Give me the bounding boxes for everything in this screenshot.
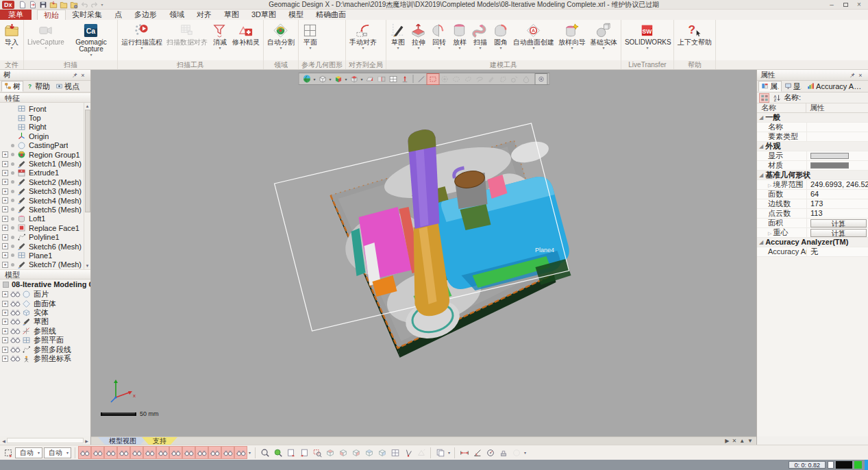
import-folder-small-button[interactable] [49,0,58,9]
ribbon-button-ref-plane[interactable]: 平面▾ [300,21,321,60]
expand-icon[interactable]: + [2,234,8,240]
pan-view-button[interactable] [415,447,427,458]
feature-tree-item[interactable]: +Extrude1 [1,169,84,177]
feature-tree-item[interactable]: +Region Group1 [1,150,84,159]
ribbon-tab-9[interactable]: 精确曲面 [310,10,352,20]
section-flip-b-button[interactable] [375,74,387,84]
normal-measure-button[interactable] [402,447,414,458]
expand-icon[interactable]: + [2,197,8,203]
open-folder-button[interactable] [59,0,69,9]
shaded-cube-button[interactable] [332,74,344,84]
property-row[interactable]: 边线数173 [757,199,868,209]
view-split-button[interactable] [389,447,401,458]
visibility-icon[interactable] [10,336,21,344]
color-swatch[interactable] [810,153,849,159]
property-row[interactable]: ▷境界范围249.6993, 246.52... [757,180,868,190]
toggle-ref-line-button[interactable] [144,447,156,458]
property-section[interactable]: ◢Accuracy Analyzer(TM) [757,238,868,247]
ribbon-button-loft[interactable]: 放样▾ [449,21,470,60]
undo-button[interactable] [79,0,89,9]
expand-icon[interactable]: + [2,328,8,334]
minimize-button[interactable]: – [825,0,839,9]
toggle-sketch-button[interactable] [157,447,169,458]
expand-icon[interactable]: + [2,252,8,258]
plane-annotation[interactable]: Plane4 [535,247,554,253]
ribbon-tab-2[interactable]: 点 [108,10,128,20]
ribbon-button-base-solid[interactable]: 基础实体▾ [588,21,619,60]
save-button[interactable] [38,0,48,9]
model-section-header[interactable]: 模型 [0,269,90,280]
ellipse-select-button[interactable] [450,74,462,84]
expand-icon[interactable]: + [2,337,8,343]
rect-select-button[interactable] [427,74,438,84]
toggle-polyline-button[interactable] [209,447,221,458]
panel-tab-prop-tab[interactable]: 属性 [758,81,782,92]
tree-hscrollbar[interactable]: ◀ ▶ [0,436,91,445]
ribbon-button-scan-data-align[interactable]: 扫描数据对齐 [164,21,210,60]
view-box-5-button[interactable] [376,447,388,458]
property-row[interactable]: 材质 [757,161,868,171]
ribbon-tab-6[interactable]: 草图 [218,10,245,20]
ribbon-button-decimate[interactable]: 消减▾ [210,21,230,60]
property-row[interactable]: 名称 [757,123,868,132]
page-prev-button[interactable] [285,447,297,458]
ribbon-button-run-scan-process[interactable]: 运行扫描流程▾ [119,21,164,60]
sort-alpha-button[interactable]: AZ [771,93,782,103]
open-folder-settings-button[interactable] [69,0,79,9]
zoom-fit-button[interactable] [259,447,271,458]
selection-mode-dropdown-1[interactable]: 自动▾ [44,447,71,458]
line-tool-button[interactable] [415,74,427,84]
expand-icon[interactable]: + [2,206,8,212]
toggle-ref-plane-button[interactable] [196,447,208,458]
toggle-region-button[interactable] [92,447,103,458]
scroll-thumb[interactable] [85,110,90,212]
feature-tree-item[interactable]: +Sketch3 (Mesh) [1,187,84,196]
property-section[interactable]: ◢一般 [757,113,868,123]
toggle-coordinate-button[interactable] [222,447,234,458]
panel-tab-help-tab[interactable]: ?帮助 [23,81,53,92]
pen-select-button[interactable] [485,74,497,84]
dropdown-caret-icon[interactable]: ▾ [447,450,451,455]
ribbon-button-geomagic-capture[interactable]: CaGeomagic Capture▾ [66,21,116,60]
pin-icon[interactable]: 📌︎ [71,72,79,79]
polygon-select-button[interactable] [497,74,508,84]
calculate-button[interactable]: 计算 [810,219,867,227]
toggle-boundary-button[interactable] [131,447,142,458]
feature-tree-item[interactable]: +Sketch6 (Mesh) [1,242,84,251]
toggle-body-button[interactable] [79,447,90,458]
scroll-right-icon[interactable]: ▶ [84,438,90,443]
panel-tab-accuracy-tab[interactable]: Accuracy Analyzer(... [804,81,868,92]
open-document-button[interactable] [28,0,38,9]
expand-up-icon[interactable]: ▲ [739,437,745,445]
visibility-icon[interactable] [10,309,21,317]
toggle-curve-button[interactable] [183,447,195,458]
feature-tree-item[interactable]: +Loft1 [1,214,84,223]
feature-tree-item[interactable]: +Sketch2 (Mesh) [1,177,84,186]
circle-select-button[interactable] [438,74,450,84]
camera-view-button[interactable] [535,74,547,84]
orientation-globe-button[interactable] [301,74,312,84]
selection-mode-dropdown-0[interactable]: 自动▾ [15,447,42,458]
model-root-item[interactable]: 08-Iterative Modeling Compl [0,280,90,289]
measure-angle-button[interactable] [471,447,483,458]
model-tree-item[interactable]: +草图 [1,317,89,326]
feature-tree-item[interactable]: Origin [1,132,84,140]
ribbon-button-auto-surface[interactable]: 自动曲面创建▾ [511,21,556,60]
expand-icon[interactable]: + [2,179,8,185]
view-box-1-button[interactable] [324,447,336,458]
quick-access-caret-icon[interactable]: ▾ [101,2,103,7]
expand-icon[interactable]: + [2,310,8,316]
visibility-icon[interactable] [10,346,21,354]
property-row[interactable]: 要素类型 [757,132,868,142]
categorize-button[interactable] [759,93,769,103]
close-icon[interactable]: × [79,72,87,79]
zoom-globe-button[interactable] [272,447,284,458]
split-view-button[interactable] [387,74,399,84]
new-document-button[interactable] [18,0,27,9]
selection-marquee-button[interactable] [2,447,14,458]
menu-button[interactable]: 菜单 [0,10,32,20]
next-tab-icon[interactable]: ▶ [725,437,729,445]
property-row[interactable]: 面数64 [757,190,868,199]
expand-icon[interactable]: + [2,347,8,353]
expand-icon[interactable]: + [2,243,8,249]
